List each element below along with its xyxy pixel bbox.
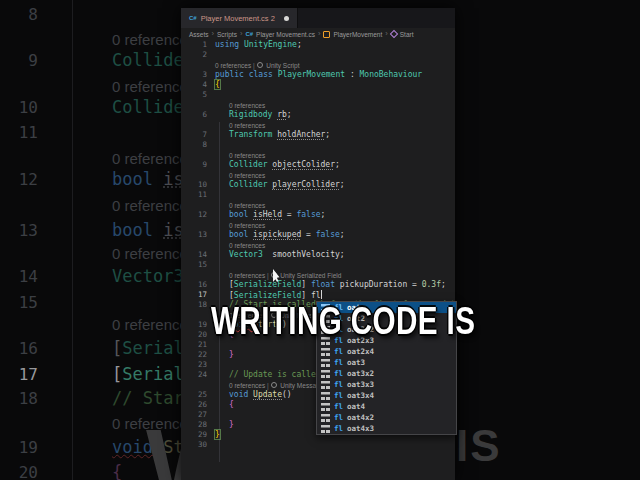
codelens-references[interactable]: 0 references bbox=[229, 272, 265, 279]
code-line[interactable]: 8 bbox=[181, 140, 455, 150]
struct-symbol-icon bbox=[321, 348, 330, 356]
method-symbol-icon bbox=[389, 30, 397, 38]
line-number: 5 bbox=[181, 90, 207, 100]
breadcrumb-item[interactable]: PlayerMovement bbox=[333, 31, 382, 38]
line-number bbox=[181, 150, 207, 160]
csharp-file-icon: C# bbox=[189, 15, 197, 21]
suggestion-item[interactable]: float4 bbox=[317, 401, 456, 412]
line-number: 9 bbox=[181, 160, 207, 170]
code-line[interactable]: 17[SerializeField] fl bbox=[181, 290, 455, 300]
tab-player-movement[interactable]: C# Player Movement.cs 2 bbox=[181, 8, 298, 28]
line-number bbox=[181, 220, 207, 230]
code-token: MonoBehaviour bbox=[360, 70, 423, 79]
codelens-row[interactable]: 0 references bbox=[181, 100, 455, 110]
line-content: Rigidbody rb; bbox=[207, 110, 292, 120]
line-content bbox=[207, 360, 215, 370]
codelens-references[interactable]: 0 references bbox=[215, 62, 251, 69]
code-line[interactable]: 7Transform holdAncher; bbox=[181, 130, 455, 140]
codelens-row[interactable]: 0 references bbox=[181, 240, 455, 250]
code-line[interactable]: 1using UnityEngine; bbox=[181, 40, 455, 50]
suggestion-item[interactable]: float2x4 bbox=[317, 346, 456, 357]
codelens-references[interactable]: 0 references bbox=[229, 242, 265, 249]
suggestion-item[interactable]: float3 bbox=[317, 357, 456, 368]
modified-dot-icon[interactable] bbox=[284, 16, 289, 21]
suggestion-item[interactable]: float4x2 bbox=[317, 412, 456, 423]
codelens-references[interactable]: 0 references bbox=[229, 122, 265, 129]
line-number: 18 bbox=[181, 300, 207, 310]
codelens-references[interactable]: 0 references bbox=[229, 102, 265, 109]
suggestion-item[interactable]: float4x3 bbox=[317, 423, 456, 434]
line-content bbox=[207, 260, 215, 270]
code-token: ; bbox=[441, 280, 446, 289]
breadcrumb: Assets›Scripts›C#Player Movement.cs›Play… bbox=[181, 28, 455, 40]
code-line[interactable]: 15 bbox=[181, 260, 455, 270]
code-token: playerCollider bbox=[272, 180, 339, 189]
codelens-references[interactable]: 0 references bbox=[229, 222, 265, 229]
code-token: } bbox=[229, 420, 234, 429]
suggestion-match: fl bbox=[334, 391, 343, 400]
codelens-row[interactable]: 0 references bbox=[181, 200, 455, 210]
line-number: 12 bbox=[181, 210, 207, 220]
suggestion-label: oat3x4 bbox=[347, 391, 374, 400]
line-number: 15 bbox=[181, 260, 207, 270]
line-number: 30 bbox=[181, 440, 207, 450]
code-line[interactable]: 16[SerializeField] float pickupDuration … bbox=[181, 280, 455, 290]
code-line[interactable]: 6Rigidbody rb; bbox=[181, 110, 455, 120]
line-number: 26 bbox=[181, 400, 207, 410]
code-token: using bbox=[215, 40, 244, 49]
suggestion-item[interactable]: float3x2 bbox=[317, 368, 456, 379]
codelens-references[interactable]: 0 references bbox=[229, 152, 265, 159]
codelens-row[interactable]: 0 references | Unity Serialized Field bbox=[181, 270, 455, 280]
line-number bbox=[181, 170, 207, 180]
line-content: } bbox=[207, 420, 234, 430]
code-line[interactable]: 2 bbox=[181, 50, 455, 60]
codelens-row[interactable]: 0 references bbox=[181, 170, 455, 180]
line-content: } bbox=[207, 430, 220, 440]
codelens-unity-label[interactable]: Unity Script bbox=[264, 62, 299, 69]
codelens-references[interactable]: 0 references bbox=[229, 172, 265, 179]
breadcrumb-item[interactable]: Start bbox=[400, 31, 414, 38]
line-number: 28 bbox=[181, 420, 207, 430]
code-line[interactable]: 14Vector3 smoothVelocity; bbox=[181, 250, 455, 260]
background-line-number: 13 bbox=[0, 221, 38, 240]
code-line[interactable]: 30 bbox=[181, 440, 455, 450]
line-content bbox=[207, 90, 215, 100]
line-content: 0 references bbox=[207, 100, 265, 110]
background-line-content: { bbox=[112, 462, 122, 480]
breadcrumb-separator-icon: › bbox=[318, 30, 321, 38]
background-line-number: 20 bbox=[0, 463, 38, 480]
unity-codelens-icon bbox=[257, 62, 263, 68]
codelens-row[interactable]: 0 references bbox=[181, 220, 455, 230]
codelens-references[interactable]: 0 references bbox=[229, 202, 265, 209]
line-number: 8 bbox=[181, 140, 207, 150]
code-line[interactable]: 5 bbox=[181, 90, 455, 100]
code-line[interactable]: 3public class PlayerMovement : MonoBehav… bbox=[181, 70, 455, 80]
line-content: void Update() bbox=[207, 390, 292, 400]
codelens-unity-label[interactable]: Unity Serialized Field bbox=[278, 272, 341, 279]
line-content: bool ispickuped = false; bbox=[207, 230, 345, 240]
line-content bbox=[207, 190, 215, 200]
codelens-row[interactable]: 0 references bbox=[181, 150, 455, 160]
breadcrumb-item[interactable]: Assets bbox=[189, 31, 209, 38]
text-cursor bbox=[321, 290, 322, 299]
code-line[interactable]: 10Collider playerCollider; bbox=[181, 180, 455, 190]
code-token: smoothVelocity; bbox=[263, 250, 345, 259]
breadcrumb-item[interactable]: Player Movement.cs bbox=[256, 31, 315, 38]
codelens-row[interactable]: 0 references bbox=[181, 120, 455, 130]
codelens-references[interactable]: 0 references bbox=[229, 382, 265, 389]
code-token: void bbox=[229, 390, 253, 399]
suggestion-item[interactable]: float3x3 bbox=[317, 379, 456, 390]
background-line-number: 12 bbox=[0, 170, 38, 189]
code-line[interactable]: 9Collider objectColider; bbox=[181, 160, 455, 170]
code-line[interactable]: 11 bbox=[181, 190, 455, 200]
codelens-row[interactable]: 0 references | Unity Script bbox=[181, 60, 455, 70]
codelens-separator: | bbox=[265, 382, 270, 389]
breadcrumb-item[interactable]: Scripts bbox=[217, 31, 237, 38]
code-line[interactable]: 12bool isHeld = false; bbox=[181, 210, 455, 220]
code-line[interactable]: 13bool ispickuped = false; bbox=[181, 230, 455, 240]
background-line-number: 10 bbox=[0, 98, 38, 117]
suggestion-item[interactable]: float3x4 bbox=[317, 390, 456, 401]
background-line-number: 11 bbox=[0, 123, 38, 142]
code-line[interactable]: 4{ bbox=[181, 80, 455, 90]
suggestion-match: fl bbox=[334, 369, 343, 378]
